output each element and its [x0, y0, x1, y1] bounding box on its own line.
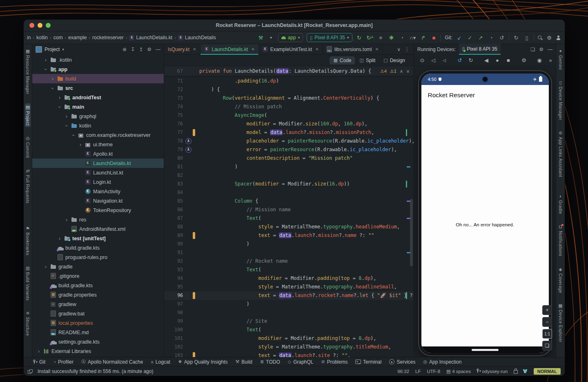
code-line[interactable]: 85 Column {: [164, 197, 414, 206]
build-project-button[interactable]: ⚒: [258, 35, 264, 41]
tree-chevron-icon[interactable]: ›: [58, 95, 62, 101]
settings-button[interactable]: ⚙: [539, 47, 543, 52]
debug-button[interactable]: ❃: [388, 35, 394, 41]
tree-item[interactable]: local.properties: [32, 318, 164, 328]
tool-window-layout-icon[interactable]: [28, 369, 32, 373]
code-line[interactable]: 98: [164, 308, 414, 317]
code-line[interactable]: 74 // Mission patch: [164, 103, 414, 111]
tree-item[interactable]: ›main: [32, 102, 164, 112]
tree-item[interactable]: ›ui.theme: [32, 140, 164, 149]
problems-tool[interactable]: ⊘Problems: [321, 359, 348, 365]
sidebar-item-project[interactable]: ▤Project: [25, 103, 31, 127]
breadcrumb-item[interactable]: KLaunchDetails: [178, 35, 216, 40]
device-mirror-button[interactable]: ▯: [523, 35, 530, 41]
code-line[interactable]: 78A placeholder = painterResource(R.draw…: [164, 137, 414, 145]
code-line[interactable]: 97 ): [164, 300, 414, 308]
lock-icon[interactable]: [514, 370, 518, 374]
tree-item[interactable]: KNavigation.kt: [32, 196, 164, 206]
git-tool[interactable]: Git: [33, 359, 45, 365]
terminal-tool[interactable]: >_Terminal: [355, 359, 381, 365]
rotate-left-button[interactable]: ↺: [457, 57, 463, 63]
build-tool[interactable]: ⚒Build: [235, 359, 252, 365]
tree-item[interactable]: MFAndroidManifest.xml: [32, 224, 164, 234]
tree-item[interactable]: ›com.example.rocketreserver: [32, 130, 164, 140]
collapse-all-button[interactable]: ↥: [139, 47, 143, 52]
tree-item[interactable]: KApollo.kt: [32, 149, 164, 159]
sidebar-item-gemini[interactable]: ✦Gemini: [558, 47, 564, 71]
breadcrumb-item[interactable]: in: [27, 35, 31, 40]
tree-item[interactable]: build.gradle.kts: [32, 281, 164, 290]
search-everywhere-button[interactable]: [538, 36, 542, 40]
editor-tab[interactable]: Tlibs.versions.toml✕: [323, 44, 383, 54]
options-button[interactable]: ⚙: [147, 47, 151, 52]
chevron-down-icon[interactable]: ▾: [62, 47, 64, 51]
tree-item[interactable]: ›gradlew: [32, 299, 164, 309]
title-bar[interactable]: Rocket Reserver – LaunchDetails.kt [Rock…: [24, 20, 565, 31]
graphql-tool[interactable]: ◇GraphQL: [288, 359, 314, 365]
code-line[interactable]: 83 Spacer(modifier = Modifier.size(16.dp…: [164, 180, 414, 188]
sidebar-item-device-explorer[interactable]: ▦Device Explorer: [558, 302, 564, 344]
code-line[interactable]: 102 style = MaterialTheme.typography.tit…: [164, 343, 414, 351]
code-line[interactable]: 84: [164, 188, 414, 197]
logcat-tool[interactable]: ≡Logcat: [151, 359, 170, 365]
tree-item[interactable]: KLaunchList.kt: [32, 168, 164, 177]
tree-item[interactable]: ›graphql: [32, 112, 164, 121]
line-ending[interactable]: LF: [415, 369, 421, 374]
zoom-window-button[interactable]: [46, 23, 51, 28]
editor-tab[interactable]: KExampleUnitTest.kt✕: [259, 44, 323, 54]
sidebar-item-bookmarks[interactable]: ⚑Bookmarks: [25, 225, 31, 257]
build-dropdown-icon[interactable]: ▾: [268, 36, 274, 40]
profiler-button[interactable]: ∩▾: [409, 35, 416, 41]
code-line[interactable]: 93 Text(: [164, 266, 414, 274]
code-line[interactable]: 75 AsyncImage(: [164, 111, 414, 120]
sidebar-item-resource-manager[interactable]: ▦Resource Manager: [25, 47, 31, 96]
device-select[interactable]: ▯ Pixel 8 API 35 ▾: [307, 33, 352, 42]
zoom-fit-button[interactable]: ❏: [542, 341, 552, 351]
history-button[interactable]: ◔: [488, 35, 494, 41]
tabs-dropdown[interactable]: ∨: [397, 47, 401, 52]
tree-item[interactable]: ›test [unitTest]: [32, 234, 164, 243]
code-editor[interactable]: 71 .padding(16.dp)72 ) {73 Row(verticalA…: [164, 76, 414, 357]
code-line[interactable]: 79A error = painterResource(R.drawable.i…: [164, 145, 414, 154]
tree-chevron-icon[interactable]: ›: [57, 105, 62, 109]
profiler-tool[interactable]: ◔Profiler: [53, 359, 74, 365]
editor-tab[interactable]: lsQuery.kt✕: [164, 44, 200, 54]
tree-item[interactable]: build.gradle.kts: [32, 243, 164, 252]
code-line[interactable]: 89 text = data.launch?.mission?.name ?: …: [164, 231, 414, 240]
back-button[interactable]: ◀: [483, 57, 490, 63]
breadcrumb-item[interactable]: example: [68, 35, 87, 40]
tree-item[interactable]: ›app: [32, 65, 164, 74]
tabs-menu[interactable]: ⋮: [405, 47, 410, 52]
tree-chevron-icon[interactable]: ›: [50, 86, 56, 90]
breadcrumb-item[interactable]: com: [53, 35, 63, 40]
sidebar-item-notifications[interactable]: ΩNotifications: [558, 223, 564, 258]
settings-button[interactable]: ⚙: [546, 35, 552, 41]
commit-button[interactable]: ✓: [467, 35, 473, 41]
tree-item[interactable]: MDREADME.md: [32, 328, 164, 337]
tree-chevron-icon[interactable]: ›: [44, 57, 48, 63]
tree-item[interactable]: ⊘.gitignore: [32, 271, 164, 281]
emulator-phone[interactable]: 4:50 ✈ Rocket Reserver Oh no... A: [419, 71, 551, 355]
apollo-cache-tool[interactable]: ⒶApollo Normalized Cache: [81, 359, 143, 365]
code-line[interactable]: 96 text = data.launch?.rocket?.name?.let…: [164, 291, 414, 300]
rerun-button[interactable]: ↻: [356, 35, 363, 41]
breadcrumb-item[interactable]: rocketreserver: [92, 35, 124, 40]
power-button[interactable]: ⊙: [419, 57, 425, 63]
tree-chevron-icon[interactable]: ›: [43, 67, 49, 71]
code-line[interactable]: 90 ): [164, 240, 414, 248]
overview-button[interactable]: ■: [505, 57, 512, 63]
tree-item[interactable]: ›gradle: [32, 262, 164, 271]
push-button[interactable]: ↗: [477, 35, 484, 41]
app-inspection-tool[interactable]: ◎App Inspection: [423, 359, 461, 365]
screenshot-button[interactable]: ◉: [536, 57, 543, 63]
sidebar-item-device-manager[interactable]: ▯Device Manager: [558, 79, 564, 122]
tree-chevron-icon[interactable]: ›: [65, 217, 69, 223]
code-line[interactable]: 91: [164, 248, 414, 257]
view-mode-split[interactable]: ◫Split: [356, 56, 379, 65]
minimize-window-button[interactable]: [38, 23, 42, 28]
attach-profiler-button[interactable]: ◔: [399, 35, 405, 41]
tree-chevron-icon[interactable]: ›: [44, 264, 48, 270]
device-settings-button[interactable]: ⚙: [521, 57, 527, 63]
tree-item[interactable]: settings.gradle.kts: [32, 337, 164, 346]
services-tool[interactable]: ▶Services: [389, 359, 415, 365]
